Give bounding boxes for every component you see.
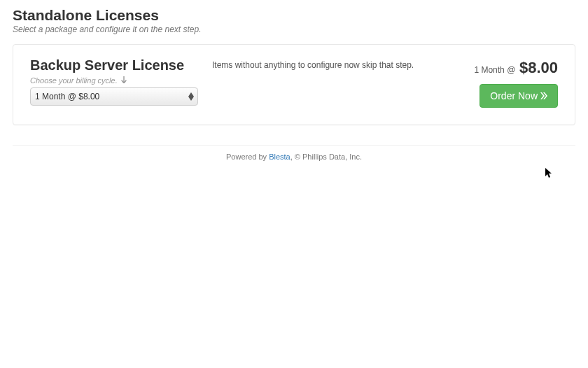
product-name: Backup Server License — [30, 57, 212, 73]
price-amount: $8.00 — [519, 59, 558, 76]
billing-cycle-select[interactable]: 1 Month @ $8.00 — [30, 87, 198, 106]
product-description: Items without anything to configure now … — [212, 57, 446, 70]
arrow-down-icon — [120, 76, 127, 85]
chevron-right-icon — [540, 90, 547, 101]
divider — [13, 145, 575, 146]
page-subtitle: Select a package and configure it on the… — [13, 24, 575, 34]
mouse-cursor-icon — [545, 168, 554, 179]
footer: Powered by Blesta, © Phillips Data, Inc. — [0, 153, 588, 161]
price-term: 1 Month @ — [474, 65, 515, 75]
page-title: Standalone Licenses — [13, 7, 575, 23]
blesta-link[interactable]: Blesta — [269, 153, 290, 161]
product-card: Backup Server License Choose your billin… — [13, 44, 575, 125]
price-line: 1 Month @ $8.00 — [446, 59, 558, 77]
order-now-button[interactable]: Order Now — [479, 84, 558, 108]
billing-cycle-label: Choose your billing cycle. — [30, 76, 212, 85]
